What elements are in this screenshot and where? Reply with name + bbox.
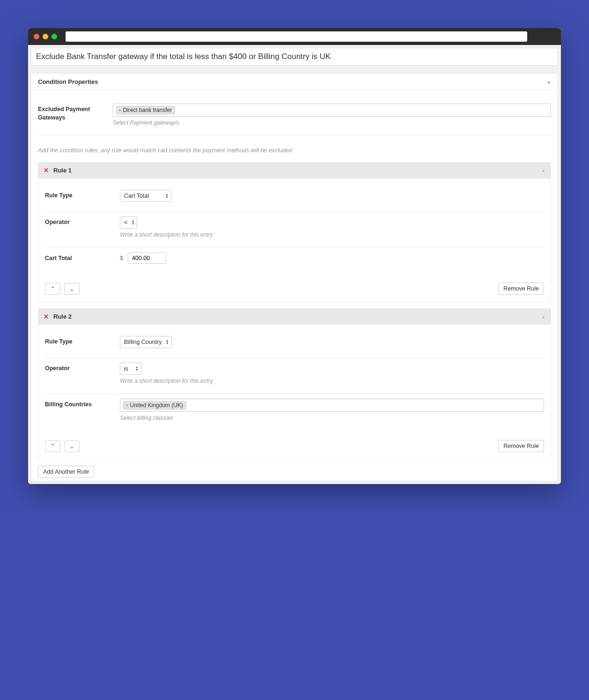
collapse-caret-icon[interactable]: ▲: [547, 80, 551, 84]
rule-block: ✕ Rule 2 ▲ Rule Type Billing Country ▲▼: [38, 308, 551, 459]
rule-title: Rule 1: [53, 167, 72, 174]
remove-rule-button[interactable]: Remove Rule: [498, 440, 544, 452]
rule-type-label: Rule Type: [45, 336, 120, 346]
move-rule-down-button[interactable]: ⌄: [64, 440, 80, 452]
operator-row: Operator is ▲▼ Write a short description…: [45, 358, 544, 394]
gateway-tag: × Direct bank transfer: [116, 106, 175, 114]
add-another-rule-button[interactable]: Add Another Rule: [38, 466, 94, 478]
cart-total-label: Cart Total: [45, 253, 120, 263]
titlebar: [28, 28, 561, 45]
move-rule-down-button[interactable]: ⌄: [64, 283, 80, 295]
delete-rule-icon[interactable]: ✕: [44, 313, 49, 320]
select-arrows-icon: ▲▼: [166, 339, 169, 345]
rule-type-value: Cart Total: [124, 193, 149, 199]
excluded-gateways-control: × Direct bank transfer Select Payment ga…: [113, 104, 551, 126]
operator-help: Write a short description for this entry: [120, 378, 544, 384]
rule-type-select[interactable]: Billing Country ▲▼: [120, 336, 172, 348]
rule-header: ✕ Rule 1 ▲: [38, 162, 551, 179]
select-arrows-icon: ▲▼: [131, 220, 134, 225]
sort-buttons: ⌃ ⌄: [45, 283, 80, 295]
close-icon[interactable]: [34, 34, 39, 39]
billing-countries-row: Billing Countries × United Kingdom (UK) …: [45, 394, 544, 431]
gateway-tag-label: Direct bank transfer: [123, 107, 172, 113]
rule-block: ✕ Rule 1 ▲ Rule Type Cart Total ▲▼: [38, 162, 551, 302]
rule-type-control: Billing Country ▲▼: [120, 336, 544, 348]
operator-label: Operator: [45, 216, 120, 227]
cart-total-row: Cart Total $: [45, 248, 544, 273]
billing-countries-help: Select billing class/es: [120, 415, 544, 421]
billing-countries-control: × United Kingdom (UK) Select billing cla…: [120, 399, 544, 421]
operator-label: Operator: [45, 363, 120, 373]
traffic-lights: [34, 34, 57, 39]
operator-value: is: [124, 365, 128, 372]
excluded-gateways-input[interactable]: × Direct bank transfer: [113, 104, 551, 117]
select-arrows-icon: ▲▼: [135, 366, 139, 372]
excluded-gateways-row: Excluded Payment Gateways × Direct bank …: [38, 99, 551, 136]
move-rule-up-button[interactable]: ⌃: [45, 283, 60, 295]
move-rule-up-button[interactable]: ⌃: [45, 440, 60, 452]
rule-type-select[interactable]: Cart Total ▲▼: [120, 190, 171, 202]
remove-tag-icon[interactable]: ×: [125, 402, 128, 408]
minimize-icon[interactable]: [43, 34, 48, 39]
excluded-gateways-label: Excluded Payment Gateways: [38, 104, 113, 122]
rule-type-row: Rule Type Cart Total ▲▼: [45, 185, 544, 212]
rule-footer: ⌃ ⌄ Remove Rule: [45, 273, 544, 295]
content-area: Condition Properties ▲ Excluded Payment …: [28, 45, 561, 484]
operator-value: <: [124, 219, 127, 226]
country-tag: × United Kingdom (UK): [123, 401, 186, 410]
add-rule-footer: Add Another Rule: [38, 459, 551, 481]
rule-collapse-caret-icon[interactable]: ▲: [541, 314, 545, 319]
currency-symbol: $: [120, 254, 123, 261]
url-bar[interactable]: [66, 31, 527, 42]
remove-rule-button[interactable]: Remove Rule: [498, 283, 544, 295]
operator-row: Operator < ▲▼ Write a short description …: [45, 212, 544, 248]
rule-header: ✕ Rule 2 ▲: [38, 308, 551, 325]
select-arrows-icon: ▲▼: [165, 193, 169, 199]
sort-buttons: ⌃ ⌄: [45, 440, 80, 452]
rule-type-label: Rule Type: [45, 190, 120, 200]
chevron-up-icon: ⌃: [50, 285, 55, 292]
section-title: Condition Properties: [38, 78, 98, 85]
rule-body: Rule Type Billing Country ▲▼ Operator: [38, 325, 551, 459]
operator-help: Write a short description for this entry: [120, 231, 544, 238]
cart-total-input[interactable]: [128, 253, 166, 264]
rule-collapse-caret-icon[interactable]: ▲: [541, 168, 545, 173]
condition-title-input[interactable]: [31, 48, 558, 66]
chevron-up-icon: ⌃: [50, 443, 55, 450]
rule-title: Rule 2: [53, 313, 72, 320]
rule-body: Rule Type Cart Total ▲▼ Operator: [38, 179, 551, 302]
operator-control: is ▲▼ Write a short description for this…: [120, 363, 544, 384]
country-tag-label: United Kingdom (UK): [130, 402, 183, 409]
section-body: Excluded Payment Gateways × Direct bank …: [31, 90, 558, 481]
operator-select[interactable]: is ▲▼: [120, 363, 141, 375]
rule-footer: ⌃ ⌄ Remove Rule: [45, 431, 544, 452]
rule-type-control: Cart Total ▲▼: [120, 190, 544, 202]
billing-countries-label: Billing Countries: [45, 399, 120, 409]
chevron-down-icon: ⌄: [69, 285, 74, 292]
operator-select[interactable]: < ▲▼: [120, 216, 137, 229]
condition-properties-section: Condition Properties ▲ Excluded Payment …: [31, 73, 558, 481]
app-window: Condition Properties ▲ Excluded Payment …: [28, 28, 561, 484]
cart-total-control: $: [120, 253, 544, 264]
delete-rule-icon[interactable]: ✕: [44, 167, 49, 174]
rule-type-value: Billing Country: [124, 339, 162, 345]
excluded-gateways-help: Select Payment gateway/s: [113, 119, 551, 126]
chevron-down-icon: ⌄: [69, 443, 74, 450]
maximize-icon[interactable]: [52, 34, 57, 39]
rules-info-text: Add the condition rules, any rule would …: [38, 136, 551, 162]
section-header: Condition Properties ▲: [31, 74, 558, 90]
billing-countries-input[interactable]: × United Kingdom (UK): [120, 399, 544, 412]
rule-type-row: Rule Type Billing Country ▲▼: [45, 331, 544, 358]
remove-tag-icon[interactable]: ×: [118, 107, 121, 113]
operator-control: < ▲▼ Write a short description for this …: [120, 216, 544, 238]
